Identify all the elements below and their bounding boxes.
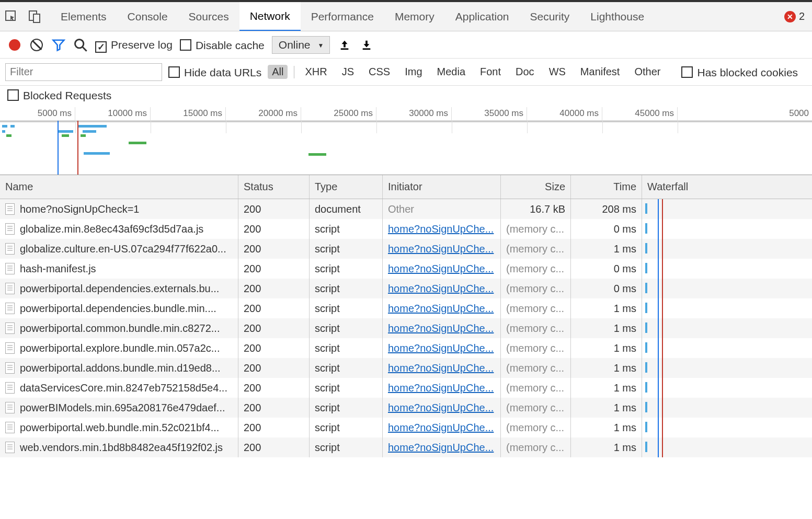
blocked-requests-checkbox[interactable]: Blocked Requests [7, 88, 111, 102]
col-name[interactable]: Name [0, 175, 238, 199]
filter-type-ws[interactable]: WS [545, 65, 570, 79]
inspect-element-icon[interactable] [0, 5, 23, 28]
initiator-link[interactable]: home?noSignUpChe... [388, 243, 494, 255]
table-row[interactable]: powerBIModels.min.695a208176e479daef...2… [0, 398, 812, 418]
table-row[interactable]: globalize.culture.en-US.07ca294f77f622a0… [0, 239, 812, 259]
timeline-overview[interactable]: 5000 ms 10000 ms 15000 ms 20000 ms 25000… [0, 107, 812, 175]
tab-sources[interactable]: Sources [178, 2, 239, 31]
filter-type-doc[interactable]: Doc [511, 65, 539, 79]
cell-time: 1 ms [571, 378, 642, 398]
col-size[interactable]: Size [501, 175, 571, 199]
filter-type-css[interactable]: CSS [364, 65, 394, 79]
preserve-log-checkbox[interactable]: Preserve log [95, 39, 173, 51]
table-row[interactable]: powerbiportal.dependencies.bundle.min...… [0, 298, 812, 318]
tick: 45000 ms [602, 107, 678, 120]
col-status[interactable]: Status [238, 175, 310, 199]
filter-type-all[interactable]: All [268, 65, 288, 79]
cell-status: 200 [238, 338, 310, 358]
initiator-link[interactable]: home?noSignUpChe... [388, 422, 494, 434]
cell-waterfall [642, 219, 812, 239]
cell-type: document [310, 199, 383, 219]
initiator-link[interactable]: home?noSignUpChe... [388, 303, 494, 315]
filter-bar: Hide data URLs All XHR JS CSS Img Media … [0, 59, 812, 86]
has-blocked-cookies-checkbox[interactable]: Has blocked cookies [681, 65, 798, 79]
col-type[interactable]: Type [310, 175, 383, 199]
cell-size: (memory c... [501, 219, 571, 239]
throttling-select[interactable]: Online [272, 36, 330, 54]
devtools-tabbar: Elements Console Sources Network Perform… [0, 2, 812, 31]
waterfall-bar [645, 263, 647, 273]
cell-size: (memory c... [501, 338, 571, 358]
table-row[interactable]: powerbiportal.addons.bundle.min.d19ed8..… [0, 358, 812, 378]
tab-console[interactable]: Console [117, 2, 178, 31]
initiator-link[interactable]: home?noSignUpChe... [388, 223, 494, 235]
cell-name: globalize.min.8e8ec43af69cf3d5d7aa.js [0, 219, 238, 239]
record-button[interactable] [7, 38, 22, 52]
device-toggle-icon[interactable] [23, 5, 46, 28]
table-row[interactable]: home?noSignUpCheck=1200documentOther16.7… [0, 199, 812, 219]
tab-security[interactable]: Security [519, 2, 580, 31]
table-row[interactable]: hash-manifest.js200scripthome?noSignUpCh… [0, 259, 812, 279]
col-time[interactable]: Time [571, 175, 642, 199]
tab-performance[interactable]: Performance [301, 2, 384, 31]
cell-name: hash-manifest.js [0, 259, 238, 279]
cell-status: 200 [238, 239, 310, 259]
filter-input[interactable] [5, 63, 162, 81]
waterfall-bar [645, 382, 647, 393]
initiator-link[interactable]: home?noSignUpChe... [388, 342, 494, 354]
request-name: powerbiportal.dependencies.bundle.min...… [20, 303, 216, 315]
disable-cache-checkbox[interactable]: Disable cache [180, 38, 265, 52]
tab-lighthouse[interactable]: Lighthouse [580, 2, 655, 31]
tab-elements[interactable]: Elements [50, 2, 117, 31]
filter-type-other[interactable]: Other [630, 65, 665, 79]
cell-initiator: home?noSignUpChe... [383, 418, 501, 437]
initiator-link[interactable]: home?noSignUpChe... [388, 362, 494, 374]
cell-time: 1 ms [571, 239, 642, 259]
cell-name: powerbiportal.dependencies.externals.bu.… [0, 279, 238, 298]
hide-data-urls-checkbox[interactable]: Hide data URLs [168, 65, 261, 79]
waterfall-bar [645, 303, 647, 313]
tab-memory[interactable]: Memory [384, 2, 445, 31]
filter-type-xhr[interactable]: XHR [301, 65, 331, 79]
error-count-badge[interactable]: ✕ 2 [784, 10, 805, 22]
table-row[interactable]: globalize.min.8e8ec43af69cf3d5d7aa.js200… [0, 219, 812, 239]
table-row[interactable]: powerbiportal.explore.bundle.min.057a2c.… [0, 338, 812, 358]
cell-waterfall [642, 437, 812, 457]
blocked-requests-row: Blocked Requests [0, 86, 812, 107]
table-row[interactable]: powerbiportal.web.bundle.min.52c021bf4..… [0, 418, 812, 437]
col-waterfall[interactable]: Waterfall [642, 175, 812, 199]
table-row[interactable]: dataServicesCore.min.8247eb752158d5e4...… [0, 378, 812, 398]
filter-type-js[interactable]: JS [338, 65, 358, 79]
upload-har-icon[interactable] [337, 38, 352, 52]
request-name: hash-manifest.js [20, 263, 96, 275]
table-row[interactable]: web.vendors.min.1bd8b8482ea45f192f02.js2… [0, 437, 812, 457]
filter-type-font[interactable]: Font [476, 65, 505, 79]
initiator-link[interactable]: home?noSignUpChe... [388, 263, 494, 275]
initiator-link[interactable]: home?noSignUpChe... [388, 442, 494, 454]
initiator-link[interactable]: home?noSignUpChe... [388, 322, 494, 335]
cell-time: 0 ms [571, 219, 642, 239]
initiator-link[interactable]: home?noSignUpChe... [388, 402, 494, 414]
filter-type-manifest[interactable]: Manifest [576, 65, 624, 79]
cell-waterfall [642, 398, 812, 418]
filter-type-img[interactable]: Img [401, 65, 426, 79]
download-har-icon[interactable] [359, 38, 374, 52]
search-icon[interactable] [73, 38, 88, 52]
initiator-link[interactable]: home?noSignUpChe... [388, 283, 494, 295]
tick: 5000 ms [0, 107, 75, 120]
table-row[interactable]: powerbiportal.common.bundle.min.c8272...… [0, 318, 812, 338]
initiator-link[interactable]: home?noSignUpChe... [388, 382, 494, 394]
filter-toggle-icon[interactable] [51, 38, 66, 52]
table-row[interactable]: powerbiportal.dependencies.externals.bu.… [0, 279, 812, 298]
cell-size: (memory c... [501, 358, 571, 378]
waterfall-bar [645, 223, 647, 234]
file-icon [5, 263, 15, 274]
col-initiator[interactable]: Initiator [383, 175, 501, 199]
filter-type-media[interactable]: Media [433, 65, 470, 79]
svg-rect-2 [33, 14, 40, 22]
tab-network[interactable]: Network [239, 2, 301, 31]
cell-type: script [310, 318, 383, 338]
tab-application[interactable]: Application [445, 2, 520, 31]
clear-button[interactable] [29, 38, 44, 52]
file-icon [5, 382, 15, 394]
